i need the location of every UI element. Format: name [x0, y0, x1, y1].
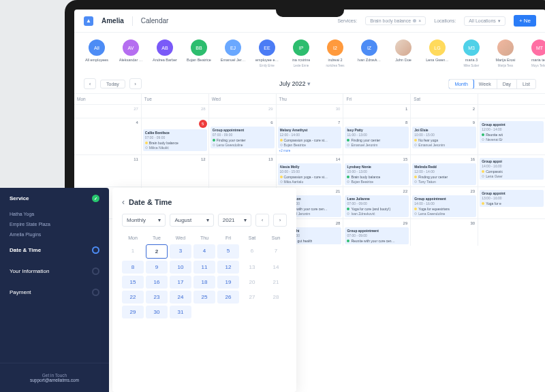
step-date-&-time[interactable]: Date & Time	[0, 240, 109, 261]
view-week[interactable]: Week	[473, 80, 497, 88]
calendar-cell[interactable]: 29	[209, 105, 277, 118]
calendar-cell[interactable]: 30	[411, 219, 478, 246]
picker-day[interactable]: 27	[241, 291, 263, 304]
calendar-event[interactable]: Group appointment 07:00 - 09:00 Reunite …	[345, 227, 409, 244]
calendar-cell[interactable]: 23 Group appointment 14:00 - 16:00 Yoga …	[411, 187, 478, 218]
picker-day[interactable]: 15	[122, 276, 144, 289]
calendar-cell[interactable]: 6 Group appointment 07:00 - 09:00 Findin…	[209, 118, 277, 154]
picker-day[interactable]: 25	[193, 291, 215, 304]
picker-day[interactable]: 29	[122, 306, 144, 318]
calendar-cell[interactable]: 16 Melinda Redd 12:00 - 14:00 Finding yo…	[411, 155, 478, 186]
calendar-cell[interactable]: 5 Callie Boniface 07:00 - 09:00 Brain bo…	[142, 118, 209, 154]
calendar-cell[interactable]: 8 Issy Patty 11:00 - 13:00 Finding your …	[343, 118, 411, 154]
calendar-cell[interactable]: 27	[74, 105, 142, 118]
calendar-cell[interactable]: 1	[343, 105, 411, 118]
back-icon[interactable]: ‹	[122, 197, 125, 207]
picker-next[interactable]: ›	[273, 214, 287, 227]
picker-day[interactable]: 2	[146, 244, 168, 259]
view-month[interactable]: Month	[448, 79, 473, 89]
employee-avatar[interactable]: IPina rcstrineLexie Enne	[288, 39, 314, 67]
calendar-cell[interactable]: 30	[277, 105, 344, 118]
calendar-event[interactable]: Melinda Redd 12:00 - 14:00 Finding your …	[412, 163, 476, 185]
more-link[interactable]: +2 more	[278, 148, 342, 153]
picker-day[interactable]: 8	[122, 261, 144, 274]
calendar-event[interactable]: Issy Patty 11:00 - 13:00 Finding your ce…	[345, 127, 409, 148]
picker-day[interactable]: 3	[170, 244, 191, 259]
employee-avatar[interactable]: AllAll employees	[84, 39, 110, 67]
calendar-event[interactable]: Melany Amethyst 12:00 - 14:00 Compassion…	[278, 127, 342, 148]
calendar-event[interactable]: Group appointment 07:00 - 09:00 Finding …	[211, 127, 275, 148]
picker-day[interactable]: 14	[265, 261, 287, 274]
employee-avatar[interactable]: ABAndrea Barber	[152, 39, 178, 67]
calendar-event[interactable]: Group appoi 14:00 - 16:00 CompassicLena …	[480, 158, 544, 180]
picker-day[interactable]: 12	[217, 261, 239, 274]
calendar-cell[interactable]: 28	[142, 105, 209, 118]
employee-avatar[interactable]: Marija ErosiMarija Tess	[493, 39, 518, 67]
picker-day[interactable]: 6	[241, 244, 263, 259]
picker-day[interactable]: 4	[193, 244, 215, 259]
calendar-cell[interactable]: 29 Group appointment 07:00 - 09:00 Reuni…	[343, 219, 411, 246]
calendar-cell[interactable]: Group appoint 13:00 - 16:00 Yoga for e	[478, 187, 545, 218]
calendar-cell[interactable]: 7 Melany Amethyst 12:00 - 14:00 Compassi…	[277, 118, 344, 154]
year-select[interactable]: 2021▾	[218, 214, 251, 227]
employee-avatar[interactable]: M3maria 3Mike Sober	[458, 39, 484, 67]
picker-day[interactable]: 24	[170, 291, 191, 304]
picker-day[interactable]: 28	[265, 291, 287, 304]
calendar-cell[interactable]: 2	[411, 105, 478, 118]
new-button[interactable]: + Ne	[514, 15, 536, 27]
picker-day[interactable]: 20	[241, 276, 263, 289]
picker-day[interactable]: 26	[217, 291, 239, 304]
picker-day[interactable]: 30	[146, 306, 168, 318]
calendar-event[interactable]: Alesia Molly 10:00 - 15:00 Compassion yo…	[278, 163, 342, 185]
employee-avatar[interactable]: EEemployee e…Emily Erne	[254, 39, 280, 67]
view-list[interactable]: List	[517, 80, 535, 88]
calendar-event[interactable]: Group appointment 14:00 - 16:00 Yoga for…	[412, 195, 476, 217]
calendar-event[interactable]: Joi Elsie 10:00 - 15:00 No fear yogaEman…	[412, 127, 476, 148]
today-button[interactable]: Today	[100, 80, 125, 88]
picker-day[interactable]: 7	[265, 244, 287, 259]
calendar-cell[interactable]: 11	[74, 155, 142, 186]
next-button[interactable]: ›	[129, 78, 142, 89]
employee-avatar[interactable]: LGLena Gwen…	[424, 39, 450, 67]
calendar-event[interactable]: Lane Julianne 07:00 - 09:00 Yoga for cor…	[345, 195, 409, 217]
picker-day[interactable]: 19	[217, 276, 239, 289]
calendar-cell[interactable]: 4	[74, 118, 142, 154]
calendar-cell[interactable]: 22 Lane Julianne 07:00 - 09:00 Yoga for …	[343, 187, 411, 218]
locations-select[interactable]: All Locations ▾	[464, 16, 505, 26]
services-select[interactable]: Brain body balance ×	[365, 16, 426, 25]
picker-day[interactable]: 5	[217, 244, 239, 259]
calendar-cell[interactable]: 9 Joi Elsie 10:00 - 15:00 No fear yogaEm…	[411, 118, 478, 154]
picker-day[interactable]: 13	[241, 261, 263, 274]
employee-avatar[interactable]: IZIvan Zdravk…	[356, 39, 382, 67]
step-payment[interactable]: Payment	[0, 282, 109, 303]
calendar-cell[interactable]: Group appoi 14:00 - 16:00 CompassicLena …	[478, 155, 545, 186]
picker-day[interactable]: 21	[265, 276, 287, 289]
step-your-information[interactable]: Your Information	[0, 261, 109, 282]
calendar-cell[interactable]: 15 Lyndsey Nonie 10:00 - 13:00 Brain bod…	[343, 155, 411, 186]
picker-day[interactable]: 10	[170, 261, 191, 274]
picker-day[interactable]: 18	[193, 276, 215, 289]
calendar-cell[interactable]: 13	[209, 155, 277, 186]
frequency-select[interactable]: Monthly▾	[122, 214, 166, 227]
calendar-cell[interactable]	[478, 219, 545, 246]
calendar-event[interactable]: Group appoint 13:00 - 16:00 Yoga for e	[480, 190, 544, 207]
picker-day[interactable]: 1	[122, 244, 144, 259]
picker-day[interactable]: 31	[170, 306, 191, 318]
calendar-cell[interactable]: Group appoint 12:00 - 14:00 Reunite witN…	[478, 118, 545, 154]
month-label[interactable]: July 2022 ▾	[279, 80, 311, 87]
picker-day[interactable]: 16	[146, 276, 168, 289]
picker-day[interactable]: 11	[193, 261, 215, 274]
step-service[interactable]: Service✓	[0, 188, 109, 209]
employee-avatar[interactable]: BBBojan Beatrice	[186, 39, 212, 67]
picker-day[interactable]: 9	[146, 261, 168, 274]
calendar-event[interactable]: Callie Boniface 07:00 - 09:00 Brain body…	[143, 129, 207, 151]
picker-day[interactable]: 23	[146, 291, 168, 304]
picker-prev[interactable]: ‹	[255, 214, 269, 227]
support-email[interactable]: support@ameliatms.com	[10, 378, 99, 382]
employee-avatar[interactable]: MTmaria testMoys Telroy	[527, 39, 545, 67]
calendar-cell[interactable]: 14 Alesia Molly 10:00 - 15:00 Compassion…	[277, 155, 344, 186]
employee-avatar[interactable]: AVAleksandar …	[118, 39, 144, 67]
employee-avatar[interactable]: I2indreai 2noridrea Tees	[322, 39, 348, 67]
close-icon[interactable]: ×	[418, 18, 421, 23]
month-select[interactable]: August▾	[170, 214, 213, 227]
